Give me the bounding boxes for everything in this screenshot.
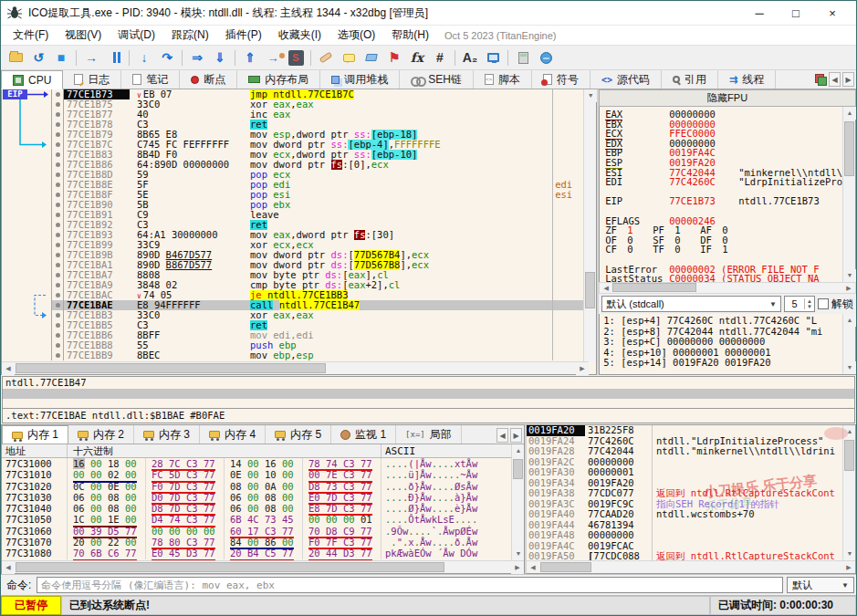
scroll-thumb[interactable]	[612, 283, 696, 292]
arguments-vertical-scrollbar[interactable]: ▲▼	[842, 314, 855, 374]
register-row[interactable]: LastStatusC0000034 (STATUS_OBJECT_NA	[605, 274, 842, 282]
menu-item-file[interactable]: 文件(F)	[5, 26, 57, 45]
register-row[interactable]: EAX00000000	[605, 110, 842, 120]
register-row[interactable]: ESP0019FA20	[605, 158, 842, 168]
open-file-button[interactable]	[5, 47, 26, 68]
calculator-button[interactable]	[512, 47, 534, 68]
patches-button[interactable]	[315, 47, 337, 68]
pause-button[interactable]	[103, 47, 125, 68]
stack-row[interactable]: 0019FA3877CDC077返回到 ntdll.RtlCaptureStac…	[527, 488, 842, 499]
stack-vertical-scrollbar[interactable]: ▲▼	[842, 425, 855, 560]
menu-item-plugins[interactable]: 插件(P)	[217, 26, 270, 45]
menu-item-favourites[interactable]: 收藏夹(I)	[270, 26, 329, 45]
disasm-row[interactable]: 77CE1B92C3ret	[51, 220, 583, 230]
stack-row[interactable]: 0019FA4077CAAD20ntdll.wcstombs+70	[527, 509, 842, 520]
maximize-button[interactable]: □	[778, 1, 814, 26]
dump-horizontal-scrollbar[interactable]: ◀▶	[2, 560, 524, 573]
disasm-row[interactable]: 77CE1BB5C3ret	[51, 320, 583, 330]
disasm-row[interactable]: 77CE1B9933C9xor ecx,ecx	[51, 240, 583, 250]
dump-row[interactable]: 77C3108070 6B C6 77E0 45 D3 7720 B4 C5 7…	[2, 548, 511, 559]
scroll-arrow-icon[interactable]: ◀	[600, 283, 612, 293]
tab-script[interactable]: 脚本	[474, 70, 532, 89]
minimize-button[interactable]: ─	[741, 1, 778, 26]
labels-button[interactable]	[361, 47, 382, 68]
tab-callstack[interactable]: 调用堆栈	[320, 70, 400, 89]
dump-tab-4[interactable]: 内存 4	[200, 425, 266, 444]
scroll-arrow-icon[interactable]: ▲	[843, 314, 856, 327]
scroll-arrow-icon[interactable]: ▼	[843, 269, 856, 282]
dump-tab-2[interactable]: 内存 2	[68, 425, 134, 444]
command-profile-select[interactable]: 默认 ▼	[787, 577, 854, 593]
register-row[interactable]: EDX00000000	[605, 139, 842, 149]
scroll-thumb[interactable]	[16, 562, 444, 572]
dump-row[interactable]: 77C3100016 00 18 0028 7C C3 7714 00 16 0…	[2, 458, 511, 469]
dump-row[interactable]: 77C3101000 00 02 00FC 5D C3 770E 00 10 0…	[2, 469, 511, 480]
disasm-row[interactable]: 77CE1B91C9leave	[51, 210, 583, 220]
modules-cube-icon[interactable]	[815, 74, 827, 86]
step-over-button[interactable]: ↷	[156, 47, 178, 68]
disassembly-vertical-scrollbar[interactable]: ▲▼	[583, 89, 596, 361]
close-button[interactable]: ×	[814, 1, 851, 26]
disasm-row[interactable]: 77CE1B8D59pop ecx	[51, 170, 583, 180]
tab-source[interactable]: <>源代码	[590, 70, 662, 89]
register-row[interactable]: EIP77CE1B73ntdll.77CE1B73	[605, 196, 842, 206]
disasm-row[interactable]: 77CE1B7740inc eax	[51, 110, 583, 120]
run-to-user-code-button[interactable]: →	[262, 47, 284, 68]
tab-symbol[interactable]: 符号	[532, 70, 590, 89]
menu-item-debug[interactable]: 调试(D)	[110, 26, 163, 45]
disasm-row[interactable]: 77CE1B905Bpop ebx	[51, 200, 583, 210]
tab-scroll-left-button[interactable]: ◀	[829, 72, 841, 87]
tab-log[interactable]: 日志	[63, 70, 121, 89]
scroll-arrow-icon[interactable]: ◀	[2, 561, 15, 574]
step-into-button[interactable]: ↓	[133, 47, 155, 68]
scroll-thumb[interactable]	[513, 459, 523, 479]
disasm-row[interactable]: 77CE1B798B65 E8mov esp,dword ptr ss:[ebp…	[51, 130, 583, 140]
disasm-row[interactable]: 77CE1BA93848 02cmp byte ptr ds:[eax+2],c…	[51, 280, 583, 290]
scroll-arrow-icon[interactable]: ▶	[842, 283, 855, 293]
hash-window-button[interactable]: #	[429, 47, 451, 68]
disasm-row[interactable]: 77CE1B8F5Epop esiesi	[51, 190, 583, 200]
dump-row[interactable]: 77C310200C 00 0E 00F0 7D C3 7708 00 0A 0…	[2, 481, 511, 492]
arguments-list[interactable]: 1: [esp+4] 77C4260C ntdll.77C4260C "L2: …	[600, 314, 842, 374]
dump-tab-scroll-left-button[interactable]: ◀	[496, 428, 508, 443]
registers-vertical-scrollbar[interactable]: ▲▼	[842, 107, 855, 282]
argument-depth-spinner[interactable]: 5 ▲▼	[784, 296, 815, 312]
scroll-arrow-icon[interactable]: ▼	[512, 548, 524, 560]
animate-into-button[interactable]: S	[285, 47, 307, 68]
run-to-cursor-button[interactable]: ⇒	[186, 47, 208, 68]
argument-row[interactable]: 3: [esp+C] 00000000 00000000	[603, 337, 842, 348]
dump-tab-5[interactable]: 内存 5	[266, 425, 331, 444]
disassembly-horizontal-scrollbar[interactable]: ◀▶	[2, 361, 589, 374]
assemble-button[interactable]: A₂	[459, 47, 481, 68]
tab-chip[interactable]: CPU	[1, 70, 63, 89]
scroll-arrow-icon[interactable]: ▲	[843, 107, 856, 120]
scroll-thumb[interactable]	[844, 440, 854, 471]
info-selected-line[interactable]	[3, 389, 854, 399]
dump-tab-1[interactable]: 内存 1	[2, 425, 68, 444]
disasm-row[interactable]: 77CE1BB98BECmov ebp,esp	[51, 350, 583, 360]
disasm-row[interactable]: 77CE1B7533C0xor eax,eax	[51, 99, 583, 110]
dump-tab-scroll-right-button[interactable]: ▶	[510, 428, 522, 443]
disasm-row[interactable]: 77CE1B9364:A1 30000000mov eax,dword ptr …	[51, 230, 583, 240]
run-until-return-button[interactable]: ⇑	[239, 47, 261, 68]
scroll-arrow-icon[interactable]: ▼	[584, 89, 597, 102]
register-row[interactable]: EBX00000000	[605, 120, 842, 130]
modules-button[interactable]	[482, 47, 504, 68]
dump-tab-3[interactable]: 内存 3	[134, 425, 200, 444]
disassembly-pane[interactable]: EIP 77CE1B73∨EB 07jmp ntdll.77CE1B7C77CE…	[1, 89, 597, 375]
dump-rows[interactable]: 77C3100016 00 18 0028 7C C3 7714 00 16 0…	[2, 458, 511, 559]
argument-row[interactable]: 1: [esp+4] 77C4260C ntdll.77C4260C "L	[603, 316, 842, 327]
register-row[interactable]: EBP0019FA4C	[605, 148, 842, 158]
disasm-row[interactable]: 77CE1BAEE8 94FFFFFFcall ntdll.77CE1B47	[51, 300, 583, 310]
run-button[interactable]: →	[80, 47, 102, 68]
stack-rows[interactable]: 0019FA2031B225F80019FA2477C4260Cntdll."L…	[527, 425, 842, 560]
register-row[interactable]: ECXFFEC0000	[605, 129, 842, 139]
scroll-thumb[interactable]	[540, 562, 591, 572]
dump-row[interactable]: 77C3106000 39 D5 7700 00 00 0060 17 C3 7…	[2, 526, 511, 537]
stack-row[interactable]: 0019FA4800000000	[527, 530, 842, 541]
menu-item-options[interactable]: 选项(O)	[329, 26, 383, 45]
dump-row[interactable]: 77C3104006 00 08 00D8 7D C3 7706 00 08 0…	[2, 503, 511, 514]
register-row[interactable]: EDI77C4260C"LdrpInitializePro	[605, 177, 842, 187]
dump-vertical-scrollbar[interactable]: ▲▼	[511, 444, 524, 560]
disasm-row[interactable]: 77CE1BB68BFFmov edi,edi	[51, 330, 583, 340]
